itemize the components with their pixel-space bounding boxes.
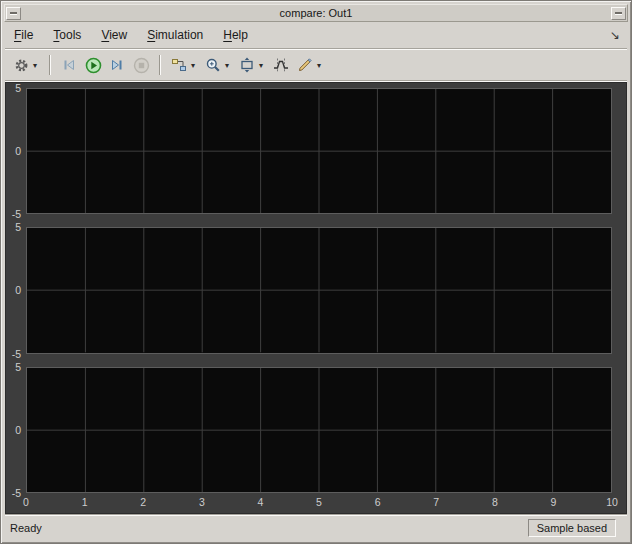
toolbar-separator [159,55,161,75]
scale-axes-dropdown[interactable]: ▾ [259,61,266,70]
scope-canvas: 50-550-550-5 012345678910 [5,82,627,514]
y-tick-label: 5 [15,361,21,373]
configuration-dropdown[interactable]: ▾ [33,61,40,70]
signal-selector-icon [171,57,187,73]
step-back-button[interactable] [57,53,81,77]
zoom-button[interactable] [201,53,225,77]
x-axis-row: 012345678910 [6,493,612,511]
x-tick-label: 8 [492,496,498,508]
x-tick-label: 4 [257,496,263,508]
y-axis-labels: 50-5 [6,88,26,214]
menu-file[interactable]: File [8,25,39,45]
titlebar[interactable]: compare: Out1 [4,4,628,22]
step-back-icon [61,57,77,73]
statusbar: Ready Sample based [4,516,628,540]
window-title: compare: Out1 [21,7,611,19]
grid-lines [27,368,611,492]
y-tick-label: 5 [15,82,21,94]
menu-view[interactable]: View [95,25,133,45]
run-icon [85,57,102,74]
stop-icon [133,57,150,74]
toolbar-separator [49,55,51,75]
menu-simulation[interactable]: Simulation [141,25,209,45]
dock-arrow-icon[interactable]: ↘ [610,28,620,42]
zoom-icon [205,57,221,73]
window-menu-button[interactable] [6,7,21,20]
x-tick-label: 7 [433,496,439,508]
grid-lines [27,228,611,352]
y-tick-label: 5 [15,221,21,233]
style-button[interactable] [293,53,317,77]
y-tick-label: -5 [12,348,21,360]
status-text: Ready [10,522,42,534]
plot-area-1[interactable] [26,88,612,214]
y-tick-label: -5 [12,208,21,220]
scope-axes-3: 50-5 [6,367,612,493]
cursor-measurements-icon [273,57,289,73]
x-tick-label: 1 [82,496,88,508]
window-menu-icon [10,12,17,14]
plot-area-2[interactable] [26,227,612,353]
plot-area-3[interactable] [26,367,612,493]
x-tick-label: 5 [316,496,322,508]
x-tick-label: 2 [140,496,146,508]
signal-selector-dropdown[interactable]: ▾ [191,61,198,70]
y-axis-labels: 50-5 [6,367,26,493]
menu-items: FileToolsViewSimulationHelp [8,25,262,45]
x-tick-label: 10 [606,496,618,508]
style-dropdown[interactable]: ▾ [317,61,324,70]
step-forward-button[interactable] [105,53,129,77]
brush-icon [297,57,313,73]
gear-icon [14,58,29,73]
scope-axes-2: 50-5 [6,227,612,353]
axes-stack: 50-550-550-5 [6,88,612,493]
window-restore-button[interactable] [611,7,626,20]
scope-window: compare: Out1 FileToolsViewSimulationHel… [0,0,632,544]
x-tick-label: 9 [550,496,556,508]
autoscale-icon [239,57,255,73]
run-button[interactable] [81,53,105,77]
x-tick-label: 0 [23,496,29,508]
menu-tools[interactable]: Tools [47,25,87,45]
y-tick-label: -5 [12,487,21,499]
y-tick-label: 0 [15,284,21,296]
cursor-measurements-button[interactable] [269,53,293,77]
grid-lines [27,89,611,213]
menu-help[interactable]: Help [217,25,254,45]
menubar: FileToolsViewSimulationHelp ↘ [4,22,628,48]
y-axis-labels: 50-5 [6,227,26,353]
x-tick-label: 6 [375,496,381,508]
scale-axes-button[interactable] [235,53,259,77]
step-forward-icon [109,57,125,73]
y-tick-label: 0 [15,145,21,157]
scope-axes-1: 50-5 [6,88,612,214]
zoom-dropdown[interactable]: ▾ [225,61,232,70]
x-axis-labels: 012345678910 [26,493,612,511]
sample-mode-cell: Sample based [528,519,616,537]
window-restore-icon [615,12,622,14]
stop-button[interactable] [129,53,153,77]
signal-selector-button[interactable] [167,53,191,77]
configuration-button[interactable] [9,53,33,77]
toolbar: ▾▾▾▾▾ [4,50,628,80]
y-tick-label: 0 [15,424,21,436]
x-tick-label: 3 [199,496,205,508]
